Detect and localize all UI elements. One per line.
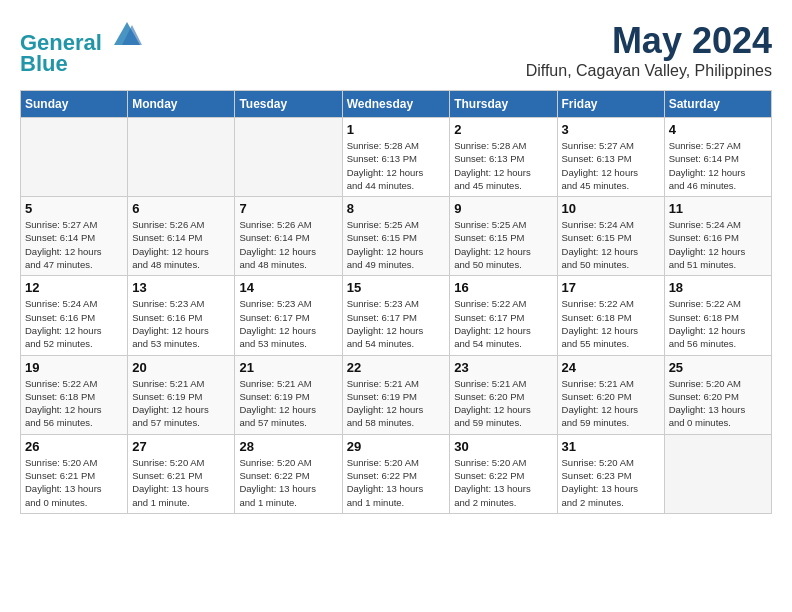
- day-number: 19: [25, 360, 123, 375]
- calendar-cell: 2Sunrise: 5:28 AM Sunset: 6:13 PM Daylig…: [450, 118, 557, 197]
- day-info: Sunrise: 5:24 AM Sunset: 6:16 PM Dayligh…: [669, 218, 767, 271]
- day-info: Sunrise: 5:20 AM Sunset: 6:22 PM Dayligh…: [347, 456, 446, 509]
- day-number: 10: [562, 201, 660, 216]
- day-number: 26: [25, 439, 123, 454]
- calendar-week-4: 19Sunrise: 5:22 AM Sunset: 6:18 PM Dayli…: [21, 355, 772, 434]
- day-info: Sunrise: 5:21 AM Sunset: 6:19 PM Dayligh…: [132, 377, 230, 430]
- calendar-cell: 13Sunrise: 5:23 AM Sunset: 6:16 PM Dayli…: [128, 276, 235, 355]
- logo-text: General: [20, 20, 142, 55]
- calendar-cell: 30Sunrise: 5:20 AM Sunset: 6:22 PM Dayli…: [450, 434, 557, 513]
- calendar-cell: 1Sunrise: 5:28 AM Sunset: 6:13 PM Daylig…: [342, 118, 450, 197]
- day-number: 23: [454, 360, 552, 375]
- weekday-header-sunday: Sunday: [21, 91, 128, 118]
- calendar-cell: 8Sunrise: 5:25 AM Sunset: 6:15 PM Daylig…: [342, 197, 450, 276]
- calendar-cell: 4Sunrise: 5:27 AM Sunset: 6:14 PM Daylig…: [664, 118, 771, 197]
- day-number: 31: [562, 439, 660, 454]
- weekday-header-row: SundayMondayTuesdayWednesdayThursdayFrid…: [21, 91, 772, 118]
- day-number: 9: [454, 201, 552, 216]
- calendar-cell: 26Sunrise: 5:20 AM Sunset: 6:21 PM Dayli…: [21, 434, 128, 513]
- calendar-cell: 23Sunrise: 5:21 AM Sunset: 6:20 PM Dayli…: [450, 355, 557, 434]
- day-info: Sunrise: 5:20 AM Sunset: 6:23 PM Dayligh…: [562, 456, 660, 509]
- day-info: Sunrise: 5:22 AM Sunset: 6:17 PM Dayligh…: [454, 297, 552, 350]
- calendar-week-3: 12Sunrise: 5:24 AM Sunset: 6:16 PM Dayli…: [21, 276, 772, 355]
- calendar-cell: 27Sunrise: 5:20 AM Sunset: 6:21 PM Dayli…: [128, 434, 235, 513]
- calendar-week-2: 5Sunrise: 5:27 AM Sunset: 6:14 PM Daylig…: [21, 197, 772, 276]
- day-info: Sunrise: 5:25 AM Sunset: 6:15 PM Dayligh…: [347, 218, 446, 271]
- page-header: General Blue May 2024 Diffun, Cagayan Va…: [20, 20, 772, 80]
- day-info: Sunrise: 5:23 AM Sunset: 6:17 PM Dayligh…: [347, 297, 446, 350]
- calendar-cell: 12Sunrise: 5:24 AM Sunset: 6:16 PM Dayli…: [21, 276, 128, 355]
- calendar-week-5: 26Sunrise: 5:20 AM Sunset: 6:21 PM Dayli…: [21, 434, 772, 513]
- day-number: 22: [347, 360, 446, 375]
- calendar-cell: [21, 118, 128, 197]
- day-info: Sunrise: 5:21 AM Sunset: 6:19 PM Dayligh…: [239, 377, 337, 430]
- day-info: Sunrise: 5:28 AM Sunset: 6:13 PM Dayligh…: [347, 139, 446, 192]
- day-number: 3: [562, 122, 660, 137]
- day-info: Sunrise: 5:20 AM Sunset: 6:21 PM Dayligh…: [25, 456, 123, 509]
- day-number: 16: [454, 280, 552, 295]
- day-number: 7: [239, 201, 337, 216]
- calendar-cell: 3Sunrise: 5:27 AM Sunset: 6:13 PM Daylig…: [557, 118, 664, 197]
- day-info: Sunrise: 5:28 AM Sunset: 6:13 PM Dayligh…: [454, 139, 552, 192]
- weekday-header-wednesday: Wednesday: [342, 91, 450, 118]
- weekday-header-saturday: Saturday: [664, 91, 771, 118]
- month-title: May 2024: [526, 20, 772, 62]
- calendar-cell: 11Sunrise: 5:24 AM Sunset: 6:16 PM Dayli…: [664, 197, 771, 276]
- calendar-header: SundayMondayTuesdayWednesdayThursdayFrid…: [21, 91, 772, 118]
- calendar-cell: 6Sunrise: 5:26 AM Sunset: 6:14 PM Daylig…: [128, 197, 235, 276]
- day-number: 2: [454, 122, 552, 137]
- day-info: Sunrise: 5:24 AM Sunset: 6:15 PM Dayligh…: [562, 218, 660, 271]
- day-number: 17: [562, 280, 660, 295]
- title-block: May 2024 Diffun, Cagayan Valley, Philipp…: [526, 20, 772, 80]
- day-number: 30: [454, 439, 552, 454]
- day-number: 8: [347, 201, 446, 216]
- calendar-cell: 16Sunrise: 5:22 AM Sunset: 6:17 PM Dayli…: [450, 276, 557, 355]
- day-info: Sunrise: 5:20 AM Sunset: 6:22 PM Dayligh…: [239, 456, 337, 509]
- weekday-header-friday: Friday: [557, 91, 664, 118]
- weekday-header-tuesday: Tuesday: [235, 91, 342, 118]
- logo-icon: [112, 20, 142, 50]
- day-number: 1: [347, 122, 446, 137]
- calendar-cell: 29Sunrise: 5:20 AM Sunset: 6:22 PM Dayli…: [342, 434, 450, 513]
- calendar-cell: 17Sunrise: 5:22 AM Sunset: 6:18 PM Dayli…: [557, 276, 664, 355]
- day-number: 21: [239, 360, 337, 375]
- day-info: Sunrise: 5:27 AM Sunset: 6:13 PM Dayligh…: [562, 139, 660, 192]
- day-info: Sunrise: 5:23 AM Sunset: 6:17 PM Dayligh…: [239, 297, 337, 350]
- day-info: Sunrise: 5:26 AM Sunset: 6:14 PM Dayligh…: [239, 218, 337, 271]
- calendar-cell: 31Sunrise: 5:20 AM Sunset: 6:23 PM Dayli…: [557, 434, 664, 513]
- day-info: Sunrise: 5:21 AM Sunset: 6:20 PM Dayligh…: [562, 377, 660, 430]
- calendar-cell: 24Sunrise: 5:21 AM Sunset: 6:20 PM Dayli…: [557, 355, 664, 434]
- calendar-cell: 20Sunrise: 5:21 AM Sunset: 6:19 PM Dayli…: [128, 355, 235, 434]
- calendar-cell: 5Sunrise: 5:27 AM Sunset: 6:14 PM Daylig…: [21, 197, 128, 276]
- day-number: 20: [132, 360, 230, 375]
- day-info: Sunrise: 5:21 AM Sunset: 6:20 PM Dayligh…: [454, 377, 552, 430]
- calendar-cell: 9Sunrise: 5:25 AM Sunset: 6:15 PM Daylig…: [450, 197, 557, 276]
- day-number: 6: [132, 201, 230, 216]
- location-subtitle: Diffun, Cagayan Valley, Philippines: [526, 62, 772, 80]
- day-number: 14: [239, 280, 337, 295]
- calendar-cell: [664, 434, 771, 513]
- calendar-cell: 25Sunrise: 5:20 AM Sunset: 6:20 PM Dayli…: [664, 355, 771, 434]
- day-info: Sunrise: 5:22 AM Sunset: 6:18 PM Dayligh…: [25, 377, 123, 430]
- calendar-week-1: 1Sunrise: 5:28 AM Sunset: 6:13 PM Daylig…: [21, 118, 772, 197]
- calendar-cell: 7Sunrise: 5:26 AM Sunset: 6:14 PM Daylig…: [235, 197, 342, 276]
- calendar-cell: 15Sunrise: 5:23 AM Sunset: 6:17 PM Dayli…: [342, 276, 450, 355]
- logo: General Blue: [20, 20, 142, 77]
- day-number: 24: [562, 360, 660, 375]
- day-info: Sunrise: 5:27 AM Sunset: 6:14 PM Dayligh…: [669, 139, 767, 192]
- day-number: 27: [132, 439, 230, 454]
- day-number: 28: [239, 439, 337, 454]
- day-number: 12: [25, 280, 123, 295]
- day-info: Sunrise: 5:24 AM Sunset: 6:16 PM Dayligh…: [25, 297, 123, 350]
- day-info: Sunrise: 5:21 AM Sunset: 6:19 PM Dayligh…: [347, 377, 446, 430]
- day-number: 11: [669, 201, 767, 216]
- day-info: Sunrise: 5:20 AM Sunset: 6:20 PM Dayligh…: [669, 377, 767, 430]
- calendar-cell: 19Sunrise: 5:22 AM Sunset: 6:18 PM Dayli…: [21, 355, 128, 434]
- weekday-header-thursday: Thursday: [450, 91, 557, 118]
- calendar-table: SundayMondayTuesdayWednesdayThursdayFrid…: [20, 90, 772, 514]
- calendar-cell: 14Sunrise: 5:23 AM Sunset: 6:17 PM Dayli…: [235, 276, 342, 355]
- day-number: 15: [347, 280, 446, 295]
- weekday-header-monday: Monday: [128, 91, 235, 118]
- calendar-cell: 21Sunrise: 5:21 AM Sunset: 6:19 PM Dayli…: [235, 355, 342, 434]
- day-number: 5: [25, 201, 123, 216]
